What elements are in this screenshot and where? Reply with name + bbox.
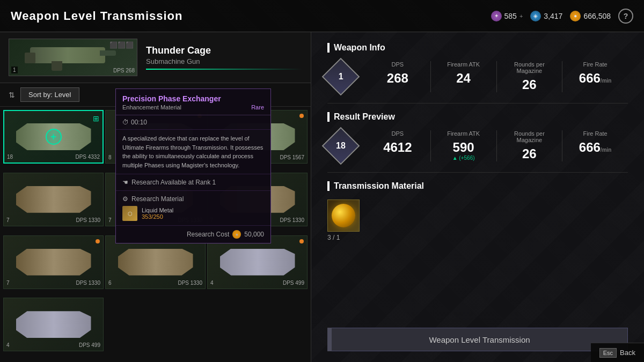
main-content: ⬛⬛⬛ 1 DPS 268 Thunder Cage Submachine Gu… bbox=[0, 32, 644, 362]
weapon-info-level: 1 bbox=[339, 72, 343, 82]
tooltip-cost: Research Cost ● 50,000 bbox=[116, 226, 270, 243]
card-orange-dot-9 bbox=[299, 239, 304, 243]
transmission-material-section-title: Transmission Material bbox=[327, 181, 628, 191]
card-plus-icon: + bbox=[46, 129, 62, 145]
result-dps-value: 4612 bbox=[370, 140, 425, 155]
weapon-info-label: Weapon Info bbox=[334, 43, 385, 53]
weapon-level-transmission-button[interactable]: Weapon Level Transmission bbox=[332, 328, 628, 351]
card-img-9 bbox=[220, 249, 295, 276]
research-material-label: Research Material bbox=[131, 195, 184, 203]
card-img-8 bbox=[118, 249, 193, 276]
dps-label: DPS bbox=[370, 61, 425, 68]
result-preview-stats-row: 18 DPS 4612 Firearm ATK 590 ▲ (+566) Rou… bbox=[327, 130, 628, 161]
stat-firearm-atk: Firearm ATK 24 bbox=[431, 61, 497, 92]
weapon-card-7[interactable]: 7 DPS 1330 bbox=[3, 235, 104, 289]
hand-icon: ☚ bbox=[122, 179, 128, 186]
tooltip-research-rank: ☚ Research Available at Rank 1 bbox=[116, 174, 270, 191]
weapon-card-10[interactable]: 4 DPS 499 bbox=[3, 298, 104, 351]
tooltip-timer: ⏱ 00:10 bbox=[116, 115, 270, 130]
gold-currency-value: 666,508 bbox=[583, 12, 611, 20]
gun-shape-10 bbox=[16, 311, 91, 338]
top-bar-currencies: ✦ 585 + ◈ 3,417 ● 666,508 ? bbox=[491, 9, 633, 24]
card-orange-dot-3 bbox=[299, 114, 304, 118]
material-orb bbox=[332, 204, 355, 227]
esc-key[interactable]: Esc bbox=[599, 348, 617, 358]
mat-count: 353/250 bbox=[142, 213, 173, 220]
weapon-info-section-title: Weapon Info bbox=[327, 43, 628, 53]
weapon-divider bbox=[146, 69, 302, 70]
purple-currency-value: 585 bbox=[504, 12, 517, 20]
material-item: 3 / 1 bbox=[327, 200, 628, 241]
gear-icon: ⚙ bbox=[122, 195, 128, 203]
card-level-4: 7 bbox=[6, 217, 10, 223]
weapon-thumbnail: ⬛⬛⬛ 1 DPS 268 bbox=[9, 39, 137, 76]
back-label: Back bbox=[620, 349, 635, 357]
card-dps-6: DPS 1330 bbox=[280, 217, 304, 223]
weapon-info-level-diamond: 1 bbox=[322, 58, 360, 96]
weapon-name: Thunder Cage bbox=[146, 45, 302, 56]
firearm-atk-value: 24 bbox=[436, 71, 491, 86]
tooltip-header: Precision Phase Exchanger Enhancement Ma… bbox=[116, 89, 270, 115]
weapon-info-stats-grid: DPS 268 Firearm ATK 24 Rounds per Magazi… bbox=[365, 61, 628, 92]
card-level-8: 6 bbox=[108, 280, 112, 286]
result-firearm-atk-value: 590 bbox=[436, 140, 491, 155]
result-stat-firearm-atk: Firearm ATK 590 ▲ (+566) bbox=[431, 130, 497, 161]
rounds-label: Rounds per Magazine bbox=[502, 61, 557, 74]
gun-body bbox=[30, 47, 105, 63]
green-equip-icon: ⊞ bbox=[93, 114, 99, 123]
material-section: 3 / 1 bbox=[327, 200, 628, 241]
purple-currency-plus: + bbox=[519, 13, 523, 19]
section-accent-1 bbox=[327, 43, 330, 53]
card-level-5: 7 bbox=[108, 217, 112, 223]
tooltip-popup: Precision Phase Exchanger Enhancement Ma… bbox=[115, 88, 271, 243]
card-dps-1: DPS 4332 bbox=[75, 154, 100, 160]
weapon-info-stats-row: 1 DPS 268 Firearm ATK 24 Rounds per Maga… bbox=[327, 61, 628, 92]
gun-barrel bbox=[100, 50, 116, 56]
material-icon-container: 3 / 1 bbox=[327, 200, 360, 241]
card-dps-7: DPS 1330 bbox=[76, 280, 100, 286]
stat-fire-rate: Fire Rate 666/min bbox=[562, 61, 628, 92]
cost-label: Research Cost bbox=[187, 231, 229, 238]
result-stat-dps: DPS 4612 bbox=[365, 130, 431, 161]
card-orange-dot-7 bbox=[96, 239, 100, 243]
card-img-10 bbox=[16, 311, 91, 338]
action-btn-accent bbox=[327, 328, 332, 351]
result-stat-fire-rate: Fire Rate 666/min bbox=[562, 130, 628, 161]
help-button[interactable]: ? bbox=[618, 9, 633, 24]
gun-shape-4 bbox=[16, 186, 91, 213]
cost-amount: 50,000 bbox=[244, 231, 264, 238]
left-panel: ⬛⬛⬛ 1 DPS 268 Thunder Cage Submachine Gu… bbox=[0, 32, 311, 362]
card-level-9: 4 bbox=[210, 280, 214, 286]
material-icon-box bbox=[327, 200, 360, 232]
rounds-value: 26 bbox=[502, 77, 557, 92]
firearm-atk-label: Firearm ATK bbox=[436, 61, 491, 68]
weapon-dps-badge: DPS 268 bbox=[113, 68, 135, 73]
top-bar: Weapon Level Transmission ✦ 585 + ◈ 3,41… bbox=[0, 0, 644, 32]
weapon-info-text: Thunder Cage Submachine Gun bbox=[146, 45, 302, 70]
card-level-2: 8 bbox=[108, 154, 112, 160]
card-level-1: 18 bbox=[7, 154, 13, 160]
action-btn-container: Weapon Level Transmission bbox=[327, 328, 628, 351]
result-fire-rate-label: Fire Rate bbox=[568, 130, 623, 137]
sort-button[interactable]: Sort by: Level bbox=[20, 87, 79, 102]
research-material-title: ⚙ Research Material bbox=[122, 195, 264, 203]
weapon-card-4[interactable]: 7 DPS 1330 bbox=[3, 173, 104, 226]
weapon-card-1[interactable]: + ⊞ 18 DPS 4332 bbox=[3, 110, 104, 164]
gun-shape-8 bbox=[118, 249, 193, 276]
material-count: 3 / 1 bbox=[327, 234, 360, 241]
gun-shape-9 bbox=[220, 249, 295, 276]
weapon-type: Submachine Gun bbox=[146, 57, 302, 65]
tooltip-rarity: Rare bbox=[251, 104, 264, 110]
gun-grip bbox=[52, 61, 62, 71]
blue-currency-value: 3,417 bbox=[544, 12, 562, 20]
result-level: 18 bbox=[336, 141, 346, 151]
tooltip-description: A specialized device that can replace th… bbox=[116, 130, 270, 174]
divider-2 bbox=[327, 172, 628, 173]
gold-currency-icon: ● bbox=[570, 11, 581, 21]
material-item: ⬡ Liquid Metal 353/250 bbox=[122, 206, 264, 221]
result-rounds-label: Rounds per Magazine bbox=[502, 130, 557, 143]
result-firearm-atk-label: Firearm ATK bbox=[436, 130, 491, 137]
card-dps-9: DPS 499 bbox=[283, 280, 304, 286]
weapon-display: ⬛⬛⬛ 1 DPS 268 Thunder Cage Submachine Gu… bbox=[0, 32, 311, 83]
mat-name: Liquid Metal bbox=[142, 207, 173, 213]
